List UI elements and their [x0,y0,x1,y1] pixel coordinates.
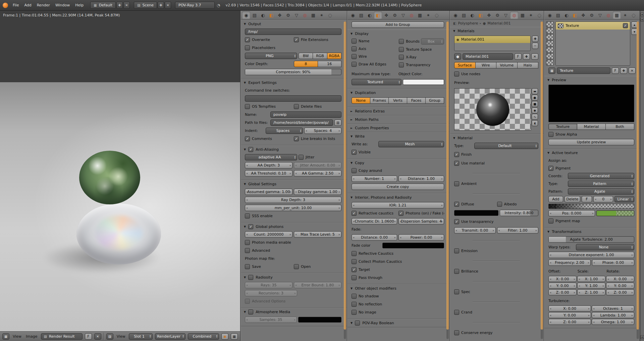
properties-tab-icon[interactable]: ◉ [451,11,460,19]
use-nodes-checkbox[interactable]: Use nodes [454,71,480,77]
properties-tab-icon[interactable]: ◧ [571,11,579,19]
properties-tab-icon[interactable]: ⚙ [493,11,501,19]
properties-tab-icon[interactable]: ◌ [630,11,638,19]
material-context-tab[interactable]: Halo [518,62,539,68]
motion-paths-header[interactable]: Motion Paths [347,116,449,124]
transform-offset-field[interactable]: Z: 0.00 [548,289,577,295]
scrollbar[interactable] [446,21,449,339]
spec-checkbox[interactable]: Spec [454,289,470,295]
anti-aliasing-header[interactable]: Anti-Aliasing [241,146,347,153]
colorband-flip-button[interactable]: F [582,196,592,202]
browse-texture-button[interactable]: ▦ [548,67,555,74]
properties-tab-icon[interactable]: ◐ [259,11,267,19]
copy-number-field[interactable]: Number: 1 [352,176,397,182]
file-format-dropdown[interactable]: PNG [245,53,297,59]
duplication-mode-button[interactable]: Faces [407,97,426,104]
material-context-tab[interactable]: Surface [454,62,476,68]
texture-slot-icon[interactable] [546,60,554,65]
properties-tab-icon[interactable]: ▦ [613,11,621,19]
distance-exponent-field[interactable]: Distance exponent: 1.00 [548,252,634,258]
atmosphere-media-header[interactable]: Atmosphere Media [241,308,347,316]
max-draw-type-dropdown[interactable]: Textured [352,79,401,85]
properties-tab-icon[interactable]: ▤ [460,11,468,19]
display-wire-checkbox[interactable]: Wire [352,54,397,59]
output-panel-header[interactable]: Output [241,20,347,28]
colorband-delete-button[interactable]: Delete [565,196,580,202]
turbulence-axis-field[interactable]: X: 0.00 [548,305,591,311]
radiosity-enable-checkbox[interactable] [248,275,253,280]
properties-tab-icon[interactable]: ✴ [527,11,535,19]
pattern-dropdown[interactable]: Agate [568,188,634,195]
colorband-stop-field[interactable]: 0 [593,196,613,202]
properties-tab-icon[interactable]: ◉ [242,11,250,19]
render-pass-dropdown[interactable]: Combined [188,333,219,340]
collect-photon-caustics-checkbox[interactable]: Collect Photon Caustics [352,259,402,264]
diffuse-intensity-slider[interactable]: Intensity: 0.800 [500,210,538,216]
render-layer-dropdown[interactable]: RenderLayer [155,333,185,340]
properties-tab-icon[interactable]: ⚙ [588,11,596,19]
properties-tab-icon[interactable]: ◐ [562,11,571,19]
object-color-swatch[interactable] [403,79,444,85]
properties-tab-icon[interactable]: ✥ [485,11,493,19]
render-button-icon[interactable]: ◉ [221,333,228,340]
material-slot-item[interactable]: ● Material.001 [454,36,530,43]
bounds-checkbox[interactable]: Bounds [399,39,420,44]
properties-tab-icon[interactable]: ✴ [621,11,629,19]
menu-item[interactable]: Add [21,2,34,8]
preview-type-button[interactable]: ◆ [532,107,538,113]
properties-tab-icon[interactable]: ✥ [382,11,390,19]
preview-mode-button[interactable]: Texture [548,124,577,130]
frequency-field[interactable]: Frequency: 2.00 [548,259,591,266]
scrollbar[interactable] [637,21,639,339]
render-engine-dropdown[interactable]: POV-Ray 3.7 [175,2,215,9]
fade-color-swatch[interactable] [382,243,444,248]
turbulence-param-field[interactable]: Octaves: 1 [592,305,634,311]
properties-tab-icon[interactable]: ▽ [292,11,301,19]
cmd-switches-field[interactable] [245,95,341,102]
ior-field[interactable]: IOR: 1.21 [352,202,444,208]
render-slot-dropdown[interactable]: Slot 1 [129,333,153,340]
blender-logo-icon[interactable] [3,3,8,8]
texture-slot-icon[interactable] [546,47,554,53]
placeholders-checkbox[interactable]: Placeholders [245,45,292,51]
transformations-header[interactable]: Transformations [544,228,640,236]
sss-enable-checkbox[interactable]: SSS enable [245,213,273,219]
texture-slot-icon[interactable] [546,28,554,34]
breadcrumb-object[interactable]: Polysphere [458,21,478,26]
expand-region-icon[interactable]: ✚ [640,335,644,339]
menu-item[interactable]: File [10,2,21,8]
texture-list-item[interactable]: Texture [556,22,630,30]
spaces-field[interactable]: Spaces: 4 [304,128,341,134]
pigment-radio[interactable]: Pigment [548,165,571,171]
display-panel-header[interactable]: Display [347,30,449,38]
interior-panel-header[interactable]: Interior, Photons and Radiosity [347,194,449,201]
transform-offset-field[interactable]: X: 0.00 [548,276,577,282]
preview-type-button[interactable]: ∿ [532,114,538,120]
properties-tab-icon[interactable]: ▦ [519,11,527,19]
preview-mode-button[interactable]: Material [577,124,606,130]
color-mode-button[interactable]: RGB [313,53,327,59]
properties-tab-icon[interactable]: ◐ [366,11,374,19]
radiosity-header[interactable]: Radiosity [241,274,347,281]
transform-scale-field[interactable]: X: 1.00 [577,276,605,282]
crand-checkbox[interactable]: Crand [454,309,472,315]
material-context-tab[interactable]: Wire [476,62,497,68]
file-extensions-checkbox[interactable]: File Extensions [294,37,341,43]
properties-tab-icon[interactable]: ◍ [604,11,612,19]
transmit-field[interactable]: Transmit: 0.00 [454,227,496,234]
properties-tab-icon[interactable]: ◌ [535,11,543,19]
turbulence-param-field[interactable]: Lambda: 1.00 [592,312,634,318]
add-material-slot-button[interactable]: ✚ [532,36,538,42]
refractive-caustics-checkbox[interactable]: Refractive caustics [352,210,397,216]
warp-types-dropdown[interactable]: None [576,244,634,250]
use-material-checkbox[interactable]: Use material [454,160,485,166]
phase-field[interactable]: Phase: 0.00 [592,259,634,266]
image-datablock-field[interactable]: ▨Render Result [41,333,83,340]
properties-tab-icon[interactable]: ▦ [309,11,317,19]
new-material-button[interactable]: ✚ [523,53,530,60]
other-modifiers-header[interactable]: Other object modifiers [347,285,449,292]
write-panel-header[interactable]: Write [347,133,449,140]
texture-space-checkbox[interactable]: Texture Space [399,47,444,52]
view-menu[interactable]: View [116,334,126,339]
transform-scale-field[interactable]: Y: 1.00 [577,283,605,289]
